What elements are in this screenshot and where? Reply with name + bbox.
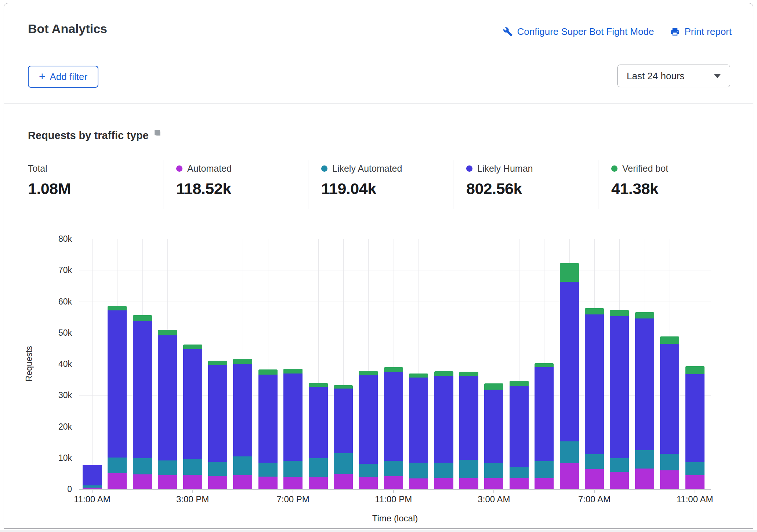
- bar-23-segment-verified-bot[interactable]: [660, 336, 679, 344]
- bar-13-segment-verified-bot[interactable]: [409, 374, 428, 377]
- bar-20-segment-likely-automated[interactable]: [585, 454, 604, 470]
- bar-8-segment-likely-automated[interactable]: [283, 461, 303, 477]
- bar-14-segment-verified-bot[interactable]: [434, 371, 453, 376]
- bar-19-segment-likely-automated[interactable]: [560, 441, 579, 463]
- bar-1-segment-likely-human[interactable]: [108, 310, 127, 458]
- bar-15-segment-verified-bot[interactable]: [459, 372, 478, 375]
- bar-20-segment-verified-bot[interactable]: [585, 308, 604, 314]
- bar-21-segment-automated[interactable]: [610, 472, 629, 489]
- bar-15-segment-automated[interactable]: [459, 478, 478, 489]
- bar-18-segment-automated[interactable]: [535, 478, 554, 489]
- bar-18-segment-likely-automated[interactable]: [535, 461, 554, 478]
- bar-15-segment-likely-automated[interactable]: [459, 460, 478, 478]
- bar-13-segment-likely-automated[interactable]: [409, 463, 428, 478]
- bar-6-segment-automated[interactable]: [233, 475, 252, 489]
- bar-0-segment-verified-bot[interactable]: [83, 465, 102, 466]
- bar-12-segment-automated[interactable]: [384, 476, 403, 489]
- bar-11-segment-automated[interactable]: [359, 477, 378, 489]
- bar-9-segment-likely-automated[interactable]: [309, 458, 328, 477]
- bar-16-segment-likely-automated[interactable]: [484, 463, 503, 478]
- bar-1-segment-automated[interactable]: [108, 473, 127, 489]
- bar-14-segment-likely-automated[interactable]: [434, 463, 453, 478]
- bar-4-segment-likely-human[interactable]: [183, 349, 202, 459]
- bar-6-segment-likely-automated[interactable]: [233, 456, 252, 475]
- bar-7-segment-likely-human[interactable]: [258, 375, 278, 463]
- bar-20-segment-automated[interactable]: [585, 469, 604, 489]
- bar-24-segment-automated[interactable]: [685, 475, 705, 489]
- bar-21-segment-verified-bot[interactable]: [610, 310, 629, 317]
- bar-7-segment-likely-automated[interactable]: [258, 463, 278, 477]
- bar-3-segment-likely-human[interactable]: [158, 335, 177, 460]
- bar-13-segment-automated[interactable]: [409, 478, 428, 489]
- bar-22-segment-verified-bot[interactable]: [635, 312, 654, 318]
- bar-0-segment-likely-automated[interactable]: [83, 485, 102, 488]
- bar-5-segment-verified-bot[interactable]: [208, 361, 227, 365]
- bar-11-segment-likely-automated[interactable]: [359, 464, 378, 477]
- bar-14-segment-likely-human[interactable]: [434, 376, 453, 463]
- bar-4-segment-likely-automated[interactable]: [183, 459, 202, 475]
- bar-1-segment-likely-automated[interactable]: [108, 458, 127, 473]
- bar-22-segment-likely-human[interactable]: [635, 318, 654, 450]
- bar-5-segment-likely-automated[interactable]: [208, 462, 227, 476]
- bar-8-segment-verified-bot[interactable]: [283, 369, 303, 374]
- bar-8-segment-automated[interactable]: [283, 477, 303, 489]
- bar-23-segment-likely-automated[interactable]: [660, 454, 679, 470]
- bar-17-segment-likely-automated[interactable]: [510, 467, 529, 478]
- bar-5-segment-automated[interactable]: [208, 476, 227, 489]
- bar-10-segment-likely-human[interactable]: [334, 389, 353, 453]
- bar-7-segment-verified-bot[interactable]: [258, 369, 278, 375]
- bar-16-segment-likely-human[interactable]: [484, 390, 503, 463]
- bar-7-segment-automated[interactable]: [258, 477, 278, 489]
- bar-10-segment-likely-automated[interactable]: [334, 453, 353, 474]
- bar-12-segment-likely-automated[interactable]: [384, 461, 403, 476]
- configure-super-bot-fight-mode-link[interactable]: Configure Super Bot Fight Mode: [503, 26, 654, 37]
- bar-16-segment-automated[interactable]: [484, 478, 503, 489]
- bar-3-segment-automated[interactable]: [158, 475, 177, 489]
- bar-8-segment-likely-human[interactable]: [283, 374, 303, 461]
- bar-18-segment-likely-human[interactable]: [535, 367, 554, 461]
- bar-3-segment-verified-bot[interactable]: [158, 330, 177, 335]
- bar-9-segment-likely-human[interactable]: [309, 387, 328, 458]
- bar-24-segment-verified-bot[interactable]: [685, 366, 705, 374]
- bar-11-segment-verified-bot[interactable]: [359, 371, 378, 375]
- bar-17-segment-verified-bot[interactable]: [510, 381, 529, 386]
- bar-22-segment-likely-automated[interactable]: [635, 450, 654, 468]
- bar-0-segment-automated[interactable]: [83, 488, 102, 489]
- bar-2-segment-verified-bot[interactable]: [133, 315, 152, 321]
- time-range-select[interactable]: Last 24 hours: [617, 65, 730, 87]
- bar-17-segment-automated[interactable]: [510, 478, 529, 489]
- bar-0-segment-likely-human[interactable]: [83, 465, 102, 485]
- bar-9-segment-automated[interactable]: [309, 477, 328, 489]
- bar-19-segment-automated[interactable]: [560, 463, 579, 489]
- bar-11-segment-likely-human[interactable]: [359, 375, 378, 464]
- bar-19-segment-likely-human[interactable]: [560, 282, 579, 442]
- bar-9-segment-verified-bot[interactable]: [309, 383, 328, 387]
- bar-24-segment-likely-human[interactable]: [685, 374, 705, 462]
- bar-2-segment-likely-human[interactable]: [133, 321, 152, 458]
- bar-21-segment-likely-human[interactable]: [610, 316, 629, 458]
- bar-23-segment-likely-human[interactable]: [660, 344, 679, 454]
- bar-5-segment-likely-human[interactable]: [208, 365, 227, 462]
- bar-6-segment-verified-bot[interactable]: [233, 359, 252, 364]
- bar-1-segment-verified-bot[interactable]: [108, 306, 127, 310]
- bar-13-segment-likely-human[interactable]: [409, 378, 428, 463]
- bar-17-segment-likely-human[interactable]: [510, 386, 529, 467]
- bar-6-segment-likely-human[interactable]: [233, 364, 252, 456]
- bar-24-segment-likely-automated[interactable]: [685, 462, 705, 475]
- bar-23-segment-automated[interactable]: [660, 470, 679, 489]
- add-filter-button[interactable]: + Add filter: [28, 66, 98, 88]
- bar-2-segment-automated[interactable]: [133, 474, 152, 489]
- bar-15-segment-likely-human[interactable]: [459, 376, 478, 460]
- bar-3-segment-likely-automated[interactable]: [158, 460, 177, 475]
- bar-16-segment-verified-bot[interactable]: [484, 383, 503, 390]
- bar-18-segment-verified-bot[interactable]: [535, 363, 554, 367]
- bar-4-segment-automated[interactable]: [183, 475, 202, 489]
- bar-10-segment-verified-bot[interactable]: [334, 385, 353, 389]
- bar-10-segment-automated[interactable]: [334, 474, 353, 489]
- print-report-link[interactable]: Print report: [670, 26, 732, 37]
- bar-20-segment-likely-human[interactable]: [585, 314, 604, 454]
- bar-12-segment-verified-bot[interactable]: [384, 367, 403, 372]
- bar-4-segment-verified-bot[interactable]: [183, 345, 202, 349]
- bar-19-segment-verified-bot[interactable]: [560, 263, 579, 282]
- bar-21-segment-likely-automated[interactable]: [610, 458, 629, 472]
